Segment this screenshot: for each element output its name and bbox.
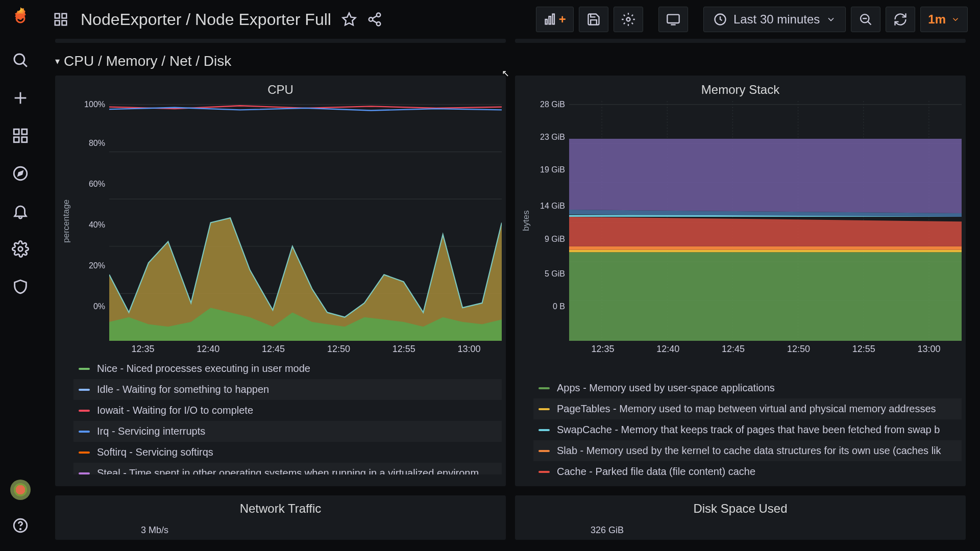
- svg-marker-19: [342, 13, 355, 26]
- panel-title: CPU: [59, 79, 502, 101]
- legend-swatch: [538, 387, 550, 389]
- zoom-out-button[interactable]: [851, 7, 880, 32]
- share-icon[interactable]: [367, 12, 382, 27]
- panel-title: Disk Space Used: [519, 498, 962, 516]
- legend-item[interactable]: Iowait - Waiting for I/O to complete: [74, 400, 502, 421]
- legend-item[interactable]: Nice - Niced processes executing in user…: [74, 358, 502, 379]
- svg-rect-29: [667, 15, 679, 23]
- svg-point-1: [19, 17, 22, 20]
- grid-icon[interactable]: [53, 12, 68, 27]
- legend-item[interactable]: SwapCache - Memory that keeps track of p…: [533, 419, 962, 440]
- page-title[interactable]: NodeExporter / Node Exporter Full: [81, 10, 331, 29]
- legend-label: Cache - Parked file data (file content) …: [557, 466, 755, 478]
- legend-label: Apps - Memory used by user-space applica…: [557, 382, 775, 394]
- legend-swatch: [79, 368, 90, 370]
- legend-label: Iowait - Waiting for I/O to complete: [97, 405, 253, 416]
- y-axis-label: percentage: [59, 101, 74, 341]
- y-axis-ticks: 100% 80% 60% 40% 20% 0%: [74, 101, 109, 341]
- svg-point-14: [20, 529, 21, 530]
- svg-rect-8: [14, 137, 19, 142]
- legend-swatch: [79, 410, 90, 412]
- legend-label: SwapCache - Memory that keeps track of p…: [557, 424, 940, 436]
- legend-item[interactable]: Idle - Waiting for something to happen: [74, 379, 502, 400]
- grafana-logo[interactable]: [8, 5, 33, 30]
- chart-cpu: [109, 101, 502, 341]
- time-range-button[interactable]: Last 30 minutes: [703, 7, 846, 32]
- panel-disk[interactable]: Disk Space Used 326 GiB: [515, 495, 966, 540]
- save-button[interactable]: [579, 7, 608, 32]
- svg-line-33: [868, 21, 871, 24]
- svg-rect-56: [569, 246, 962, 250]
- help-icon[interactable]: [8, 513, 33, 538]
- legend-swatch: [79, 452, 90, 454]
- legend-label: Idle - Waiting for something to happen: [97, 384, 269, 395]
- add-panel-button[interactable]: +: [536, 7, 574, 32]
- svg-point-22: [377, 22, 381, 26]
- legend-label: Slab - Memory used by the kernel to cach…: [557, 445, 941, 457]
- svg-marker-11: [18, 171, 23, 176]
- panel-cpu[interactable]: CPU percentage 100% 80% 60% 40% 20% 0%: [55, 76, 506, 486]
- row-header[interactable]: ▾ CPU / Memory / Net / Disk: [55, 47, 966, 76]
- legend-label: PageTables - Memory used to map between …: [557, 403, 936, 415]
- legend-swatch: [79, 472, 90, 474]
- panel-title: Network Traffic: [59, 498, 502, 516]
- y-tick: 3 Mb/s: [120, 525, 502, 536]
- legend-label: Steal - Time spent in other operating sy…: [97, 467, 479, 474]
- legend-item[interactable]: Softirq - Servicing softirqs: [74, 442, 502, 463]
- toolbar: NodeExporter / Node Exporter Full + Last…: [41, 0, 980, 39]
- svg-rect-16: [62, 14, 67, 18]
- svg-rect-26: [549, 16, 551, 24]
- svg-line-24: [373, 20, 377, 23]
- legend: Apps - Memory used by user-space applica…: [519, 378, 962, 482]
- alerting-icon[interactable]: [8, 199, 33, 223]
- svg-rect-9: [22, 137, 27, 142]
- legend: Nice - Niced processes executing in user…: [59, 358, 502, 474]
- search-icon[interactable]: [8, 48, 33, 72]
- panel-title: Memory Stack: [519, 79, 962, 101]
- dashboards-icon[interactable]: [8, 123, 33, 148]
- legend-item[interactable]: Apps - Memory used by user-space applica…: [533, 378, 962, 398]
- legend-swatch: [538, 408, 550, 410]
- panel-stub: [515, 39, 966, 43]
- svg-line-3: [23, 63, 27, 66]
- legend-item[interactable]: Slab - Memory used by the kernel to cach…: [533, 440, 962, 461]
- refresh-interval-label: 1m: [928, 12, 946, 27]
- main: NodeExporter / Node Exporter Full + Last…: [41, 0, 980, 551]
- svg-rect-25: [545, 19, 547, 24]
- x-axis-ticks: 12:3512:4012:4512:5012:5513:00: [59, 341, 502, 354]
- legend-swatch: [79, 431, 90, 433]
- legend-item[interactable]: Cache - Parked file data (file content) …: [533, 461, 962, 482]
- svg-rect-54: [569, 252, 962, 341]
- svg-rect-18: [62, 21, 67, 26]
- configuration-icon[interactable]: [8, 237, 33, 261]
- shield-icon[interactable]: [8, 274, 33, 299]
- y-axis-ticks: 28 GiB 23 GiB 19 GiB 14 GiB 9 GiB 5 GiB …: [533, 101, 569, 341]
- svg-point-12: [18, 247, 23, 252]
- chart-memory: [569, 101, 962, 341]
- panel-stub: [55, 39, 506, 43]
- legend-swatch: [538, 450, 550, 452]
- legend-item[interactable]: PageTables - Memory used to map between …: [533, 398, 962, 419]
- y-axis-label: bytes: [519, 101, 533, 341]
- legend-label: Nice - Niced processes executing in user…: [97, 363, 310, 374]
- legend-swatch: [538, 429, 550, 431]
- avatar[interactable]: [10, 480, 31, 500]
- refresh-button[interactable]: [886, 7, 915, 32]
- row-title: CPU / Memory / Net / Disk: [64, 53, 231, 69]
- legend-item[interactable]: Steal - Time spent in other operating sy…: [74, 463, 502, 474]
- content: ▾ CPU / Memory / Net / Disk CPU percenta…: [41, 39, 980, 551]
- explore-icon[interactable]: [8, 161, 33, 186]
- star-icon[interactable]: [341, 12, 357, 27]
- svg-point-28: [626, 18, 630, 21]
- time-range-label: Last 30 minutes: [733, 12, 820, 27]
- svg-rect-6: [14, 129, 19, 134]
- legend-swatch: [79, 389, 90, 391]
- legend-item[interactable]: Irq - Servicing interrupts: [74, 421, 502, 442]
- refresh-interval-button[interactable]: 1m: [920, 7, 968, 32]
- plus-icon[interactable]: [8, 86, 33, 110]
- panel-network[interactable]: Network Traffic 3 Mb/s: [55, 495, 506, 540]
- settings-button[interactable]: [614, 7, 643, 32]
- panel-memory[interactable]: Memory Stack bytes 28 GiB 23 GiB 19 GiB …: [515, 76, 966, 486]
- tv-mode-button[interactable]: [658, 7, 688, 32]
- svg-rect-7: [22, 129, 27, 134]
